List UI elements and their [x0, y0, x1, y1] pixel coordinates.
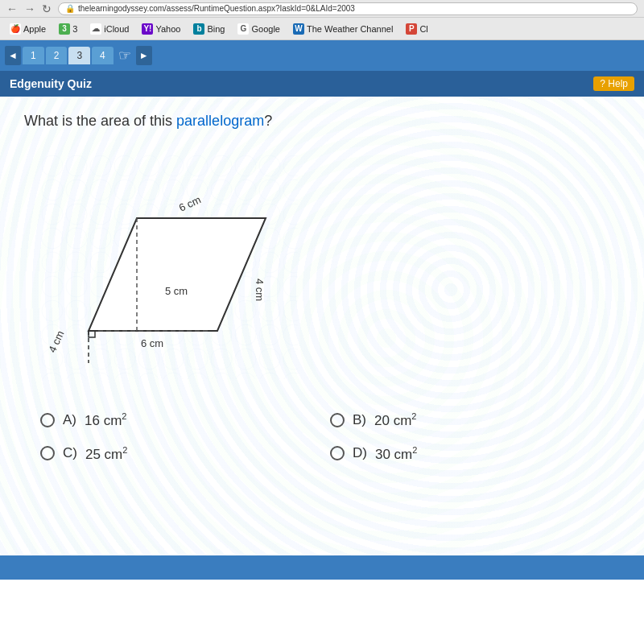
question-keyword: parallelogram	[176, 113, 264, 129]
lock-icon: 🔒	[65, 4, 75, 13]
address-bar[interactable]: 🔒 thelearningodyssey.com/assess/RuntimeQ…	[58, 2, 638, 15]
question-suffix: ?	[264, 113, 272, 129]
bookmarks-bar: 🍎 Apple 3 3 ☁ iCloud Y! Yahoo b Bing G G…	[0, 18, 644, 40]
answers-grid: A) 16 cm2 B) 20 cm2 C) 25 cm2 D) 30 cm2	[24, 411, 620, 462]
bookmark-3-label: 3	[72, 24, 77, 34]
cl-icon: P	[406, 23, 417, 35]
refresh-button[interactable]: ↻	[42, 2, 52, 15]
label-middle: 5 cm	[165, 285, 188, 297]
bottom-bar	[0, 555, 644, 580]
answer-a-value: 16 cm2	[85, 411, 126, 429]
browser-top-bar: ← → ↻ 🔒 thelearningodyssey.com/assess/Ru…	[0, 0, 644, 18]
figure-container: 6 cm 4 cm 5 cm 6 cm 4 cm	[40, 154, 298, 379]
answer-a-row: A) 16 cm2	[40, 411, 314, 429]
label-right-side: 4 cm	[254, 279, 266, 301]
bookmark-google-label: Google	[251, 24, 279, 34]
help-button[interactable]: ? Help	[593, 76, 634, 91]
parallelogram-svg: 6 cm 4 cm 5 cm 6 cm 4 cm	[40, 154, 298, 379]
tab-4[interactable]: 4	[92, 47, 114, 64]
answer-d-row: D) 30 cm2	[330, 445, 604, 463]
question-text: What is the area of this parallelogram?	[24, 113, 620, 130]
bookmark-cl-label: Cl	[419, 24, 427, 34]
url-text: thelearningodyssey.com/assess/RuntimeQue…	[78, 4, 355, 13]
answer-d-value: 30 cm2	[375, 445, 417, 463]
tab-prev-button[interactable]: ◄	[5, 46, 21, 65]
label-bottom: 6 cm	[141, 337, 163, 349]
bookmark-weather-label: The Weather Channel	[307, 24, 393, 34]
answer-b-label: B)	[353, 412, 366, 428]
bookmark-yahoo[interactable]: Y! Yahoo	[137, 22, 185, 36]
bookmark-3-icon: 3	[59, 23, 70, 35]
tab-next-button[interactable]: ►	[136, 46, 152, 65]
apple-icon: 🍎	[10, 23, 21, 35]
bing-icon: b	[193, 23, 204, 35]
answer-b-row: B) 20 cm2	[330, 411, 604, 429]
bookmark-apple[interactable]: 🍎 Apple	[5, 22, 51, 36]
main-content: What is the area of this parallelogram?	[0, 97, 644, 580]
answer-c-label: C)	[63, 445, 77, 461]
yahoo-icon: Y!	[142, 23, 153, 35]
radio-a[interactable]	[40, 413, 55, 427]
bookmark-google[interactable]: G Google	[233, 22, 284, 36]
bookmark-apple-label: Apple	[23, 24, 46, 34]
answer-c-row: C) 25 cm2	[40, 445, 314, 463]
bookmark-bing-label: Bing	[207, 24, 225, 34]
bookmark-cl[interactable]: P Cl	[401, 22, 432, 36]
radio-b[interactable]	[330, 413, 345, 427]
back-button[interactable]: ←	[6, 2, 18, 15]
radio-d[interactable]	[330, 446, 345, 460]
tab-3[interactable]: 3	[68, 47, 90, 64]
bookmark-icloud-label: iCloud	[104, 24, 129, 34]
radio-c[interactable]	[40, 446, 55, 460]
bookmark-yahoo-label: Yahoo	[155, 24, 180, 34]
question-prefix: What is the area of this	[24, 113, 176, 129]
forward-button[interactable]: →	[24, 2, 35, 15]
weather-icon: W	[293, 23, 304, 35]
tab-bar: ◄ 1 2 3 4 ☞ ►	[0, 40, 644, 71]
answer-d-label: D)	[353, 445, 367, 461]
bookmark-bing[interactable]: b Bing	[188, 22, 229, 36]
quiz-header: Edgenuity Quiz ? Help	[0, 71, 644, 97]
bookmark-icloud[interactable]: ☁ iCloud	[85, 22, 134, 36]
quiz-title: Edgenuity Quiz	[10, 77, 92, 90]
tab-1[interactable]: 1	[23, 47, 44, 64]
answer-c-value: 25 cm2	[85, 445, 127, 463]
answer-b-value: 20 cm2	[374, 411, 416, 429]
bookmark-weather[interactable]: W The Weather Channel	[288, 22, 398, 36]
help-label: ? Help	[600, 78, 628, 89]
icloud-icon: ☁	[90, 23, 101, 35]
google-icon: G	[237, 23, 249, 35]
cursor-icon: ☞	[118, 47, 131, 64]
tab-2[interactable]: 2	[46, 47, 68, 64]
answer-a-label: A)	[63, 412, 76, 428]
bookmark-3[interactable]: 3 3	[54, 22, 82, 36]
